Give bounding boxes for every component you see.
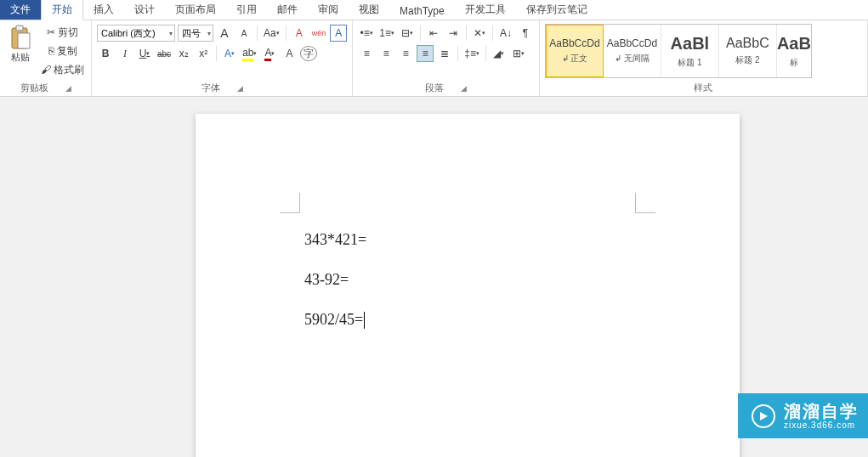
font-dialog-launcher[interactable]: ◢ bbox=[237, 84, 243, 93]
decrease-indent-button[interactable]: ⇤ bbox=[425, 25, 442, 42]
style-preview: AaB bbox=[777, 34, 811, 54]
increase-indent-button[interactable]: ⇥ bbox=[445, 25, 462, 42]
align-center-button[interactable]: ≡ bbox=[377, 45, 394, 62]
clear-format-button[interactable]: A bbox=[291, 25, 308, 42]
paste-button[interactable]: 粘贴 bbox=[5, 24, 36, 65]
style-heading2[interactable]: AaBbC 标题 2 bbox=[719, 25, 777, 77]
tab-insert[interactable]: 插入 bbox=[83, 0, 124, 20]
style-preview: AaBbC bbox=[726, 36, 769, 51]
bold-button[interactable]: B bbox=[97, 45, 114, 62]
tab-references[interactable]: 引用 bbox=[226, 0, 267, 20]
show-marks-button[interactable]: ¶ bbox=[517, 25, 534, 42]
text-line[interactable]: 343*421= bbox=[304, 220, 366, 260]
numbering-button[interactable]: 1≡▾ bbox=[377, 25, 396, 42]
document-area: 343*421= 43-92= 5902/45= 溜溜自学 zixue.3d66… bbox=[0, 97, 868, 457]
text-cursor bbox=[364, 312, 365, 329]
sort-icon: A↓ bbox=[500, 27, 512, 39]
format-painter-button[interactable]: 🖌 格式刷 bbox=[39, 61, 86, 78]
style-title[interactable]: AaB 标 bbox=[777, 25, 811, 77]
svg-marker-3 bbox=[760, 412, 768, 420]
char-border-button[interactable]: A bbox=[330, 25, 347, 42]
copy-label: 复制 bbox=[57, 44, 77, 59]
highlight-button[interactable]: ab▾ bbox=[241, 45, 258, 62]
tab-layout[interactable]: 页面布局 bbox=[165, 0, 226, 20]
align-justify-button[interactable]: ≡ bbox=[417, 45, 434, 62]
pilcrow-icon: ¶ bbox=[523, 27, 528, 39]
strike-button[interactable]: abc bbox=[156, 45, 173, 62]
watermark-badge: 溜溜自学 zixue.3d66.com bbox=[738, 393, 868, 438]
line-spacing-button[interactable]: ‡≡▾ bbox=[462, 45, 481, 62]
clipboard-dialog-launcher[interactable]: ◢ bbox=[65, 84, 71, 93]
tab-review[interactable]: 审阅 bbox=[308, 0, 349, 20]
bullets-icon: •≡ bbox=[360, 27, 370, 39]
cut-button[interactable]: ✂ 剪切 bbox=[39, 24, 86, 41]
styles-gallery[interactable]: AaBbCcDd ↲ 正文 AaBbCcDd ↲ 无间隔 AaBl 标题 1 A… bbox=[545, 24, 812, 78]
multilevel-button[interactable]: ⊟▾ bbox=[399, 25, 416, 42]
style-name-label: 标题 2 bbox=[735, 54, 759, 66]
style-nospacing[interactable]: AaBbCcDd ↲ 无间隔 bbox=[604, 25, 661, 77]
play-icon bbox=[752, 404, 775, 428]
align-right-button[interactable]: ≡ bbox=[397, 45, 414, 62]
group-styles: AaBbCcDd ↲ 正文 AaBbCcDd ↲ 无间隔 AaBl 标题 1 A… bbox=[540, 20, 868, 96]
asian-layout-icon: ✕ bbox=[474, 27, 482, 39]
indent-icon: ⇥ bbox=[449, 27, 457, 39]
style-name-label: ↲ 正文 bbox=[562, 53, 588, 65]
page-content[interactable]: 343*421= 43-92= 5902/45= bbox=[304, 220, 366, 339]
watermark-title: 溜溜自学 bbox=[784, 402, 859, 420]
text-line[interactable]: 43-92= bbox=[304, 260, 366, 300]
sort-button[interactable]: A↓ bbox=[497, 25, 514, 42]
tab-file[interactable]: 文件 bbox=[0, 0, 41, 20]
text-line[interactable]: 5902/45= bbox=[304, 300, 366, 340]
copy-icon: ⎘ bbox=[48, 45, 54, 57]
shrink-font-button[interactable]: A bbox=[235, 25, 252, 42]
style-name-label: 标 bbox=[790, 57, 798, 69]
group-paragraph: •≡▾ 1≡▾ ⊟▾ ⇤ ⇥ ✕▾ A↓ ¶ ≡ ≡ ≡ ≡ ≣ ‡≡▾ bbox=[353, 20, 540, 96]
align-distribute-button[interactable]: ≣ bbox=[436, 45, 453, 62]
tab-view[interactable]: 视图 bbox=[349, 0, 389, 20]
borders-icon: ⊞ bbox=[513, 48, 521, 59]
copy-button[interactable]: ⎘ 复制 bbox=[39, 42, 86, 59]
text-effects-button[interactable]: A▾ bbox=[221, 45, 238, 62]
char-shading-button[interactable]: A bbox=[281, 45, 298, 62]
outdent-icon: ⇤ bbox=[429, 27, 438, 39]
tab-mathtype[interactable]: MathType bbox=[389, 2, 455, 20]
tab-developer[interactable]: 开发工具 bbox=[455, 0, 516, 20]
group-clipboard-label: 剪贴板 bbox=[20, 82, 48, 94]
asian-layout-button[interactable]: ✕▾ bbox=[471, 25, 488, 42]
shading-button[interactable]: ◢▾ bbox=[491, 45, 508, 62]
paragraph-dialog-launcher[interactable]: ◢ bbox=[461, 84, 467, 93]
cut-label: 剪切 bbox=[58, 25, 78, 40]
font-size-combo[interactable]: 四号 bbox=[178, 25, 213, 42]
svg-rect-1 bbox=[16, 25, 23, 31]
italic-button[interactable]: I bbox=[116, 45, 133, 62]
paste-icon bbox=[9, 25, 32, 49]
margin-corner-tl bbox=[280, 193, 300, 213]
style-preview: AaBbCcDd bbox=[607, 37, 657, 49]
style-normal[interactable]: AaBbCcDd ↲ 正文 bbox=[546, 25, 604, 77]
bullets-button[interactable]: •≡▾ bbox=[358, 25, 375, 42]
subscript-button[interactable]: x₂ bbox=[175, 45, 192, 62]
align-left-button[interactable]: ≡ bbox=[358, 45, 375, 62]
superscript-button[interactable]: x² bbox=[195, 45, 212, 62]
grow-font-button[interactable]: A bbox=[216, 25, 233, 42]
document-page[interactable]: 343*421= 43-92= 5902/45= bbox=[196, 114, 740, 457]
tab-home[interactable]: 开始 bbox=[41, 0, 83, 20]
group-font: Calibri (西文) 四号 A A Aa▾ A wén A B I U▾ a… bbox=[92, 20, 353, 96]
phonetic-guide-button[interactable]: wén bbox=[310, 25, 328, 42]
group-paragraph-label: 段落 bbox=[425, 82, 444, 94]
enclose-char-button[interactable]: 字 bbox=[300, 46, 317, 61]
group-font-label: 字体 bbox=[201, 82, 220, 94]
numbering-icon: 1≡ bbox=[379, 27, 391, 39]
font-color-button[interactable]: A▾ bbox=[261, 45, 278, 62]
multilevel-icon: ⊟ bbox=[401, 27, 410, 39]
borders-button[interactable]: ⊞▾ bbox=[510, 45, 527, 62]
tab-mailings[interactable]: 邮件 bbox=[267, 0, 308, 20]
font-name-combo[interactable]: Calibri (西文) bbox=[97, 25, 175, 42]
margin-corner-tr bbox=[635, 193, 655, 213]
align-left-icon: ≡ bbox=[364, 48, 370, 59]
tab-design[interactable]: 设计 bbox=[124, 0, 165, 20]
tab-savecloud[interactable]: 保存到云笔记 bbox=[516, 0, 598, 20]
style-heading1[interactable]: AaBl 标题 1 bbox=[661, 25, 719, 77]
underline-button[interactable]: U▾ bbox=[136, 45, 153, 62]
change-case-button[interactable]: Aa▾ bbox=[262, 25, 281, 42]
